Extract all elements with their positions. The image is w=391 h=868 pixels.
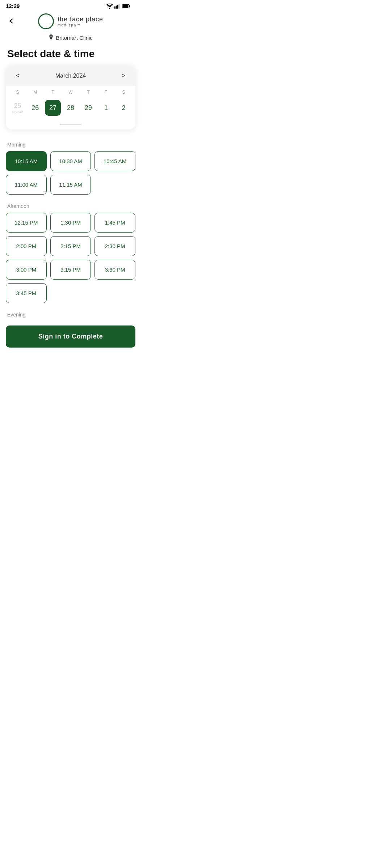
- svg-marker-7: [132, 4, 135, 9]
- status-icons: [106, 4, 135, 9]
- status-time: 12:29: [6, 3, 20, 9]
- weekday-fri: F: [97, 90, 115, 95]
- status-bar: 12:29: [0, 0, 141, 10]
- calendar-card: < March 2024 > S M T W T F S 25 No Slot …: [6, 65, 135, 129]
- time-slot-200pm[interactable]: 2:00 PM: [6, 236, 47, 256]
- location-bar: Britomart Clinic: [0, 32, 141, 44]
- wifi-icon: [106, 4, 113, 9]
- date-28[interactable]: 28: [62, 98, 80, 118]
- back-arrow-icon: [7, 17, 15, 25]
- weekday-wed: W: [62, 90, 80, 95]
- date-1[interactable]: 1: [97, 98, 115, 118]
- sign-in-bar: Sign in to Complete: [0, 321, 141, 356]
- time-slot-1115am[interactable]: 11:15 AM: [50, 175, 91, 195]
- brand-name: the face place: [58, 16, 103, 23]
- scroll-indicator: [60, 124, 81, 125]
- logo-circle: [38, 13, 54, 29]
- date-25[interactable]: 25 No Slot: [9, 98, 26, 118]
- date-2[interactable]: 2: [115, 98, 133, 118]
- prev-month-button[interactable]: <: [13, 71, 23, 81]
- clinic-name: Britomart Clinic: [56, 35, 93, 41]
- time-slot-300pm[interactable]: 3:00 PM: [6, 260, 47, 280]
- weekday-sun: S: [9, 90, 26, 95]
- time-slot-130pm[interactable]: 1:30 PM: [50, 213, 91, 233]
- sign-in-button[interactable]: Sign in to Complete: [6, 326, 135, 348]
- morning-section-label: Morning: [0, 137, 141, 151]
- svg-rect-3: [118, 4, 119, 9]
- svg-rect-0: [114, 6, 115, 8]
- charging-icon: [132, 4, 135, 9]
- time-slot-1045am[interactable]: 10:45 AM: [94, 151, 135, 171]
- app-header: the face place med spa™: [0, 10, 141, 32]
- next-month-button[interactable]: >: [118, 71, 128, 81]
- date-26[interactable]: 26: [26, 98, 44, 118]
- time-slot-1100am[interactable]: 11:00 AM: [6, 175, 47, 195]
- logo-container: the face place med spa™: [38, 13, 103, 29]
- calendar-dates: 25 No Slot 26 27 28 29 1 2: [6, 96, 135, 124]
- weekday-mon: M: [26, 90, 44, 95]
- weekday-tue: T: [44, 90, 62, 95]
- time-slot-345pm[interactable]: 3:45 PM: [6, 283, 47, 303]
- date-29[interactable]: 29: [79, 98, 97, 118]
- brand-sub: med spa™: [58, 23, 81, 27]
- time-slot-330pm[interactable]: 3:30 PM: [94, 260, 135, 280]
- svg-rect-6: [123, 5, 129, 8]
- time-slot-1215pm[interactable]: 12:15 PM: [6, 213, 47, 233]
- date-27[interactable]: 27: [44, 98, 62, 118]
- svg-rect-5: [129, 5, 130, 7]
- page-title: Select date & time: [0, 44, 141, 65]
- calendar-header: < March 2024 >: [6, 65, 135, 86]
- weekday-sat: S: [115, 90, 133, 95]
- svg-rect-1: [116, 5, 117, 8]
- back-button[interactable]: [6, 16, 17, 27]
- time-slot-215pm[interactable]: 2:15 PM: [50, 236, 91, 256]
- time-slot-315pm[interactable]: 3:15 PM: [50, 260, 91, 280]
- time-slot-145pm[interactable]: 1:45 PM: [94, 213, 135, 233]
- evening-section-label: Evening: [0, 307, 141, 321]
- signal-icon: [114, 4, 121, 9]
- location-pin-icon: [49, 34, 54, 41]
- svg-rect-2: [117, 5, 118, 9]
- afternoon-time-grid: 12:15 PM 1:30 PM 1:45 PM 2:00 PM 2:15 PM…: [0, 213, 141, 307]
- logo-text: the face place med spa™: [58, 16, 103, 27]
- time-slot-1030am[interactable]: 10:30 AM: [50, 151, 91, 171]
- calendar-weekdays: S M T W T F S: [6, 86, 135, 96]
- battery-icon: [122, 4, 130, 9]
- time-slot-230pm[interactable]: 2:30 PM: [94, 236, 135, 256]
- morning-time-grid: 10:15 AM 10:30 AM 10:45 AM 11:00 AM 11:1…: [0, 151, 141, 198]
- time-slot-1015am[interactable]: 10:15 AM: [6, 151, 47, 171]
- weekday-thu: T: [79, 90, 97, 95]
- calendar-month-label: March 2024: [55, 73, 86, 79]
- afternoon-section-label: Afternoon: [0, 198, 141, 213]
